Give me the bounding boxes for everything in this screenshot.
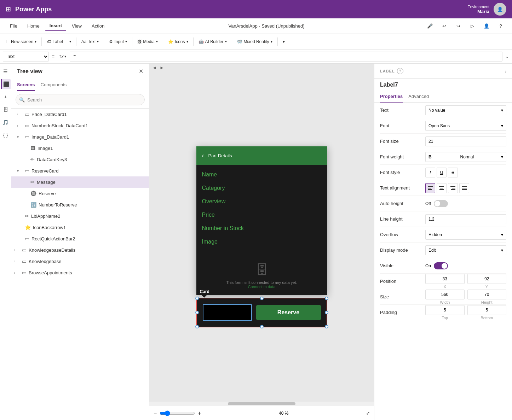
- label-help-icon[interactable]: ?: [397, 68, 403, 74]
- zoom-minus[interactable]: −: [154, 410, 157, 416]
- display-mode-select[interactable]: Edit ▾: [425, 245, 506, 255]
- connect-data-link[interactable]: Connect to data: [248, 285, 276, 289]
- tree-item-knowledgebase[interactable]: › ▭ Knowledgebase: [11, 256, 149, 267]
- handle-mr[interactable]: [325, 311, 328, 314]
- handle-ml[interactable]: [195, 311, 199, 314]
- menu-insert[interactable]: Insert: [45, 21, 66, 31]
- field-overview[interactable]: Overview: [202, 195, 322, 208]
- underline-btn[interactable]: U: [437, 168, 447, 177]
- field-numberinstock[interactable]: Number in Stock: [202, 222, 322, 235]
- auto-height-toggle-track[interactable]: [434, 200, 448, 207]
- reserve-button[interactable]: Reserve: [256, 305, 321, 320]
- canvas-scroll-left[interactable]: ◄: [152, 65, 157, 70]
- sidebar-menu-icon[interactable]: ☰: [1, 66, 11, 76]
- text-select[interactable]: No value ▾: [425, 105, 506, 115]
- scroll-thumb-h[interactable]: [228, 402, 295, 405]
- text-btn[interactable]: Aa Text ▾: [79, 38, 102, 46]
- horizontal-scrollbar[interactable]: [149, 402, 374, 406]
- play-icon[interactable]: ▷: [467, 21, 478, 32]
- sidebar-code-icon[interactable]: { }: [1, 130, 11, 140]
- position-y-input[interactable]: [467, 274, 507, 284]
- label-btn[interactable]: 🏷 Label: [44, 38, 65, 46]
- field-name[interactable]: Name: [202, 168, 322, 181]
- tree-item-rectquickactionbar2[interactable]: › ▭ RectQuickActionBar2: [11, 233, 149, 244]
- tree-item-reserve[interactable]: › 🔘 Reserve: [11, 188, 149, 199]
- field-image[interactable]: Image: [202, 235, 322, 249]
- handle-bm[interactable]: [260, 325, 264, 328]
- tree-item-browseappointments[interactable]: › ▭ BrowseAppointments: [11, 267, 149, 278]
- tree-item-reservecard[interactable]: ▾ ▭ ReserveCard: [11, 165, 149, 176]
- tree-item-message[interactable]: › ✏ Message •••: [11, 176, 149, 188]
- handle-tm[interactable]: [260, 297, 264, 300]
- align-justify-btn[interactable]: [459, 183, 469, 193]
- menu-action[interactable]: Action: [87, 21, 109, 31]
- tree-close-btn[interactable]: ✕: [139, 68, 143, 75]
- tree-item-knowledgebasedetails[interactable]: › ▭ KnowledgebaseDetails: [11, 244, 149, 256]
- formula-input[interactable]: [70, 52, 502, 62]
- align-left-btn[interactable]: [425, 183, 435, 193]
- italic-btn[interactable]: I: [425, 168, 435, 177]
- handle-tl[interactable]: [195, 297, 199, 300]
- size-height-input[interactable]: [467, 290, 507, 299]
- grid-icon[interactable]: ⊞: [6, 5, 11, 13]
- handle-bl[interactable]: [195, 325, 199, 328]
- new-screen-btn[interactable]: ☐ New screen ▾: [3, 38, 39, 46]
- position-x-input[interactable]: [425, 274, 465, 284]
- fx-button[interactable]: f x ▾: [57, 54, 68, 59]
- size-width-input[interactable]: [425, 290, 465, 299]
- fit-to-screen-icon[interactable]: ⤢: [366, 411, 370, 416]
- avatar[interactable]: 👤: [494, 3, 506, 16]
- sidebar-screens-icon[interactable]: ⬛: [1, 79, 11, 89]
- sidebar-data-icon[interactable]: 🗄: [1, 105, 11, 115]
- overflow-select[interactable]: Hidden ▾: [425, 230, 506, 240]
- padding-top-input[interactable]: [425, 305, 465, 315]
- strikethrough-btn[interactable]: S: [448, 168, 458, 177]
- line-height-input[interactable]: [425, 214, 506, 224]
- canvas-scroll-right[interactable]: ►: [160, 65, 164, 70]
- property-select[interactable]: Text: [3, 52, 49, 62]
- mic-icon[interactable]: 🎤: [424, 21, 436, 32]
- icons-btn[interactable]: ⭐ Icons ▾: [165, 38, 191, 46]
- more-btn[interactable]: ▾: [280, 38, 288, 46]
- back-arrow-icon[interactable]: ‹: [202, 152, 204, 159]
- font-weight-select[interactable]: B Normal ▾: [425, 152, 506, 162]
- field-price[interactable]: Price: [202, 208, 322, 222]
- menu-file[interactable]: File: [6, 21, 22, 31]
- tab-components[interactable]: Components: [41, 79, 67, 91]
- media-btn[interactable]: 🖼 Media ▾: [134, 38, 161, 46]
- sidebar-media-icon[interactable]: 🎵: [1, 117, 11, 127]
- font-select[interactable]: Open Sans ▾: [425, 121, 506, 131]
- visible-toggle-track[interactable]: [434, 262, 448, 269]
- field-category[interactable]: Category: [202, 181, 322, 195]
- expand-icon[interactable]: ⌄: [505, 54, 509, 59]
- zoom-slider[interactable]: [160, 410, 195, 416]
- align-right-btn[interactable]: [448, 183, 458, 193]
- tree-item-image-datacard[interactable]: ▾ ▭ Image_DataCard1: [11, 131, 149, 142]
- user-icon[interactable]: 👤: [481, 21, 492, 32]
- tree-item-price-datacard[interactable]: › ▭ Price_DataCard1: [11, 109, 149, 120]
- input-btn[interactable]: ⚙ Input ▾: [106, 38, 130, 46]
- tree-item-numbertoreserve[interactable]: › 🔢 NumberToReserve: [11, 199, 149, 210]
- mixed-reality-btn[interactable]: 🥽 Mixed Reality ▾: [234, 38, 275, 46]
- undo-icon[interactable]: ↩: [438, 21, 450, 32]
- tree-item-lblappname2[interactable]: › ✏ LblAppName2: [11, 210, 149, 222]
- tab-screens[interactable]: Screens: [17, 79, 35, 91]
- tree-item-iconbackarrow1[interactable]: › ⭐ IconBackarrow1: [11, 222, 149, 233]
- card-input-field[interactable]: [203, 304, 252, 321]
- tab-advanced[interactable]: Advanced: [408, 91, 429, 103]
- sidebar-plus-icon[interactable]: +: [1, 92, 11, 102]
- padding-bottom-input[interactable]: [467, 305, 507, 315]
- handle-br[interactable]: [325, 325, 328, 328]
- search-input[interactable]: [16, 94, 145, 105]
- menu-view[interactable]: View: [68, 21, 86, 31]
- label-chevron[interactable]: ▾: [67, 38, 74, 45]
- help-icon[interactable]: ?: [495, 21, 506, 32]
- tree-item-image1[interactable]: › 🖼 Image1: [11, 142, 149, 154]
- tree-item-datacardkey3[interactable]: › ✏ DataCardKey3: [11, 154, 149, 165]
- panel-expand-icon[interactable]: ›: [505, 69, 506, 74]
- ai-builder-btn[interactable]: 🤖 AI Builder ▾: [196, 38, 230, 46]
- font-size-input[interactable]: [425, 136, 506, 146]
- menu-home[interactable]: Home: [23, 21, 44, 31]
- redo-icon[interactable]: ↪: [453, 21, 464, 32]
- handle-tr[interactable]: [325, 297, 328, 300]
